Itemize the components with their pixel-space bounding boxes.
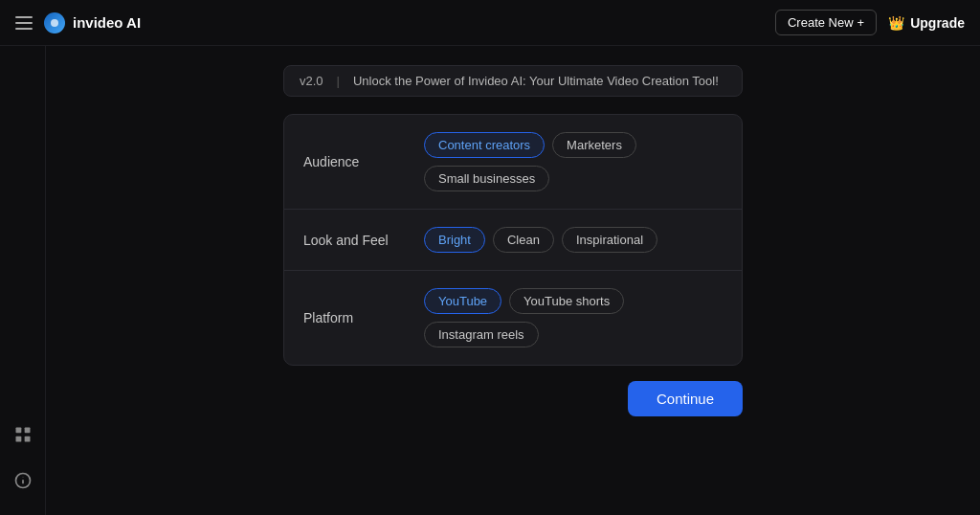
platform-label: Platform — [303, 310, 409, 325]
look-feel-row: Look and Feel Bright Clean Inspirational — [284, 210, 742, 271]
svg-rect-3 — [24, 437, 30, 442]
menu-icon[interactable] — [15, 16, 33, 30]
upgrade-label: Upgrade — [910, 15, 965, 31]
sidebar — [0, 46, 46, 515]
svg-rect-1 — [24, 428, 30, 434]
info-icon[interactable] — [8, 465, 38, 496]
look-feel-label: Look and Feel — [303, 233, 409, 248]
chip-instagram-reels[interactable]: Instagram reels — [424, 322, 539, 347]
chip-bright[interactable]: Bright — [424, 227, 485, 253]
header-right: Create New + 👑 Upgrade — [775, 10, 965, 35]
audience-chips: Content creators Marketers Small busines… — [424, 132, 723, 191]
banner-version: v2.0 — [300, 74, 323, 88]
main-layout: v2.0 | Unlock the Power of Invideo AI: Y… — [0, 46, 980, 515]
create-new-button[interactable]: Create New + — [775, 10, 877, 35]
chip-clean[interactable]: Clean — [493, 227, 554, 253]
svg-rect-2 — [15, 437, 21, 442]
chip-inspirational[interactable]: Inspirational — [562, 227, 657, 253]
chip-content-creators[interactable]: Content creators — [424, 132, 545, 158]
header-left: invideo AI — [15, 12, 141, 34]
logo-icon — [44, 12, 65, 34]
audience-label: Audience — [303, 154, 409, 169]
chip-youtube[interactable]: YouTube — [424, 288, 501, 314]
continue-area: Continue — [283, 381, 743, 416]
content-area: v2.0 | Unlock the Power of Invideo AI: Y… — [46, 46, 980, 515]
chip-youtube-shorts[interactable]: YouTube shorts — [509, 288, 624, 314]
continue-button[interactable]: Continue — [628, 381, 743, 416]
svg-rect-0 — [15, 428, 21, 434]
settings-card: Audience Content creators Marketers Smal… — [283, 114, 743, 366]
upgrade-crown-icon: 👑 — [888, 15, 904, 31]
audience-row: Audience Content creators Marketers Smal… — [284, 115, 742, 210]
look-chips: Bright Clean Inspirational — [424, 227, 657, 253]
banner-divider: | — [337, 74, 340, 88]
plus-icon: + — [858, 15, 865, 30]
banner: v2.0 | Unlock the Power of Invideo AI: Y… — [283, 65, 743, 97]
upgrade-button[interactable]: 👑 Upgrade — [888, 15, 965, 31]
grid-icon[interactable] — [8, 419, 38, 450]
create-new-label: Create New — [788, 15, 854, 30]
banner-text: Unlock the Power of Invideo AI: Your Ult… — [353, 74, 719, 88]
platform-chips: YouTube YouTube shorts Instagram reels — [424, 288, 723, 347]
platform-row: Platform YouTube YouTube shorts Instagra… — [284, 271, 742, 365]
chip-marketers[interactable]: Marketers — [552, 132, 636, 158]
chip-small-businesses[interactable]: Small businesses — [424, 166, 549, 191]
header: invideo AI Create New + 👑 Upgrade — [0, 0, 980, 46]
logo-area: invideo AI — [44, 12, 141, 34]
logo-text: invideo AI — [73, 14, 141, 31]
